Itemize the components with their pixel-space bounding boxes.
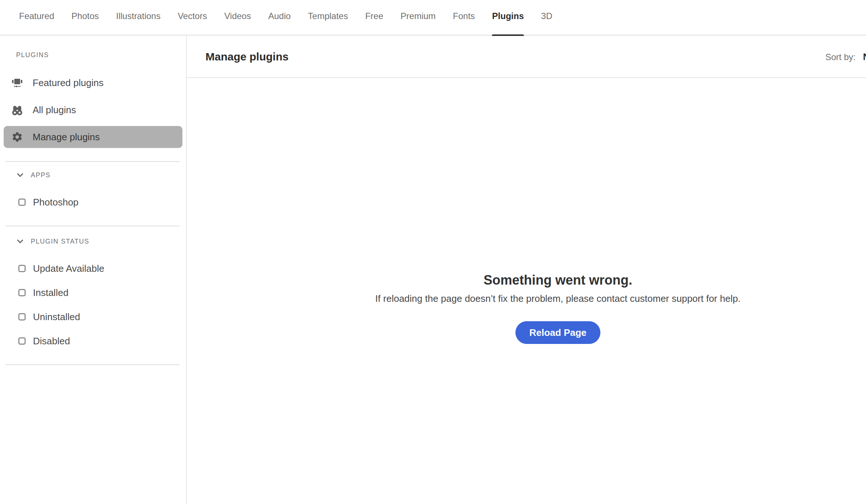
checkbox-label: Update Available: [33, 263, 104, 274]
tab-3d[interactable]: 3D: [541, 11, 552, 21]
checkbox-disabled[interactable]: [18, 337, 26, 345]
filter-disabled[interactable]: Disabled: [18, 334, 70, 348]
gear-icon: [11, 131, 23, 143]
sidebar-divider: [5, 226, 180, 226]
reload-page-button[interactable]: Reload Page: [515, 321, 600, 344]
checkbox-label: Photoshop: [33, 197, 78, 208]
group-title: PLUGIN STATUS: [31, 238, 89, 245]
sidebar-divider: [5, 161, 180, 162]
sidebar-item-featured-plugins[interactable]: Featured plugins: [4, 72, 182, 94]
tab-plugins[interactable]: Plugins: [492, 11, 524, 21]
tab-audio[interactable]: Audio: [268, 11, 290, 21]
error-message: If reloading the page doesn’t fix the pr…: [187, 293, 866, 304]
checkbox-update-available[interactable]: [18, 265, 26, 272]
chevron-down-icon: [16, 237, 24, 245]
sidebar-divider: [5, 364, 180, 365]
checkbox-label: Uninstalled: [33, 311, 80, 323]
top-nav: Featured Photos Illustrations Vectors Vi…: [0, 0, 866, 36]
sidebar-item-label: Featured plugins: [33, 77, 104, 89]
binoculars-icon: [11, 104, 23, 116]
checkbox-label: Disabled: [33, 336, 70, 347]
sort-by-value[interactable]: N: [863, 51, 866, 62]
tab-videos[interactable]: Videos: [224, 11, 251, 21]
tab-premium[interactable]: Premium: [400, 11, 436, 21]
tab-fonts[interactable]: Fonts: [453, 11, 475, 21]
group-header-apps[interactable]: APPS: [16, 170, 51, 180]
filter-uninstalled[interactable]: Uninstalled: [18, 310, 80, 324]
filter-installed[interactable]: Installed: [18, 285, 69, 300]
tab-vectors[interactable]: Vectors: [178, 11, 207, 21]
sidebar-item-label: Manage plugins: [33, 131, 100, 143]
tab-photos[interactable]: Photos: [71, 11, 99, 21]
sidebar-item-all-plugins[interactable]: All plugins: [4, 99, 182, 121]
filter-photoshop[interactable]: Photoshop: [18, 195, 78, 210]
checkbox-label: Installed: [33, 287, 69, 299]
content-header: Manage plugins Sort by: N: [187, 36, 866, 78]
sort-by-label: Sort by:: [825, 52, 856, 62]
group-header-plugin-status[interactable]: PLUGIN STATUS: [16, 236, 89, 247]
filter-update-available[interactable]: Update Available: [18, 261, 104, 276]
sidebar-item-label: All plugins: [33, 104, 76, 116]
sidebar-item-manage-plugins[interactable]: Manage plugins: [4, 126, 182, 148]
sort-by-control[interactable]: Sort by: N: [825, 51, 866, 62]
checkbox-photoshop[interactable]: [18, 199, 26, 206]
chevron-down-icon: [16, 171, 24, 179]
page-title: Manage plugins: [206, 51, 289, 63]
sidebar-section-title: PLUGINS: [16, 51, 49, 59]
tab-free[interactable]: Free: [365, 11, 383, 21]
checkbox-uninstalled[interactable]: [18, 313, 26, 320]
tab-illustrations[interactable]: Illustrations: [116, 11, 160, 21]
error-state: Something went wrong. If reloading the p…: [187, 273, 866, 344]
error-heading: Something went wrong.: [187, 273, 866, 288]
group-title: APPS: [31, 171, 51, 179]
checkbox-installed[interactable]: [18, 289, 26, 296]
tab-templates[interactable]: Templates: [308, 11, 348, 21]
carousel-icon: [11, 77, 23, 89]
plugins-sidebar: PLUGINS Featured plugins: [0, 36, 187, 504]
tab-featured[interactable]: Featured: [19, 11, 54, 21]
